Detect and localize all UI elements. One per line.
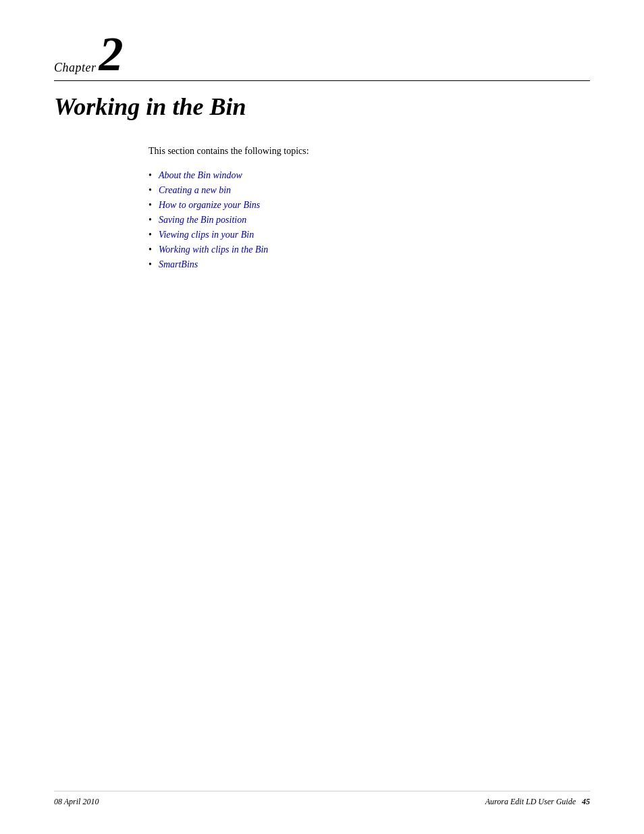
bullet-icon: • xyxy=(149,230,152,240)
footer-date: 08 April 2010 xyxy=(54,797,99,807)
chapter-divider xyxy=(54,80,590,81)
topics-list: • About the Bin window • Creating a new … xyxy=(149,170,590,270)
bullet-icon: • xyxy=(149,259,152,270)
bullet-icon: • xyxy=(149,200,152,211)
chapter-word: Chapter xyxy=(54,61,97,75)
intro-text: This section contains the following topi… xyxy=(149,146,590,157)
bullet-icon: • xyxy=(149,170,152,181)
bullet-icon: • xyxy=(149,215,152,226)
bullet-icon: • xyxy=(149,185,152,196)
footer-guide-title: Aurora Edit LD User Guide 45 xyxy=(485,797,590,807)
bullet-icon: • xyxy=(149,244,152,255)
chapter-header: Chapter 2 xyxy=(54,34,590,75)
footer-page-number: 45 xyxy=(582,797,590,806)
topic-link-working-clips[interactable]: Working with clips in the Bin xyxy=(159,244,268,255)
topic-link-viewing-clips[interactable]: Viewing clips in your Bin xyxy=(159,230,254,240)
chapter-title: Working in the Bin xyxy=(54,93,590,121)
list-item: • How to organize your Bins xyxy=(149,200,590,211)
topic-link-smartbins[interactable]: SmartBins xyxy=(159,259,198,270)
topic-link-organize-bins[interactable]: How to organize your Bins xyxy=(159,200,260,211)
list-item: • Working with clips in the Bin xyxy=(149,244,590,255)
chapter-number: 2 xyxy=(99,34,124,75)
list-item: • Viewing clips in your Bin xyxy=(149,230,590,240)
topic-link-about-bin[interactable]: About the Bin window xyxy=(159,170,242,181)
page-container: Chapter 2 Working in the Bin This sectio… xyxy=(0,0,644,834)
topic-link-saving-position[interactable]: Saving the Bin position xyxy=(159,215,246,226)
list-item: • About the Bin window xyxy=(149,170,590,181)
list-item: • SmartBins xyxy=(149,259,590,270)
topic-link-creating-bin[interactable]: Creating a new bin xyxy=(159,185,231,196)
list-item: • Creating a new bin xyxy=(149,185,590,196)
page-footer: 08 April 2010 Aurora Edit LD User Guide … xyxy=(54,791,590,807)
list-item: • Saving the Bin position xyxy=(149,215,590,226)
